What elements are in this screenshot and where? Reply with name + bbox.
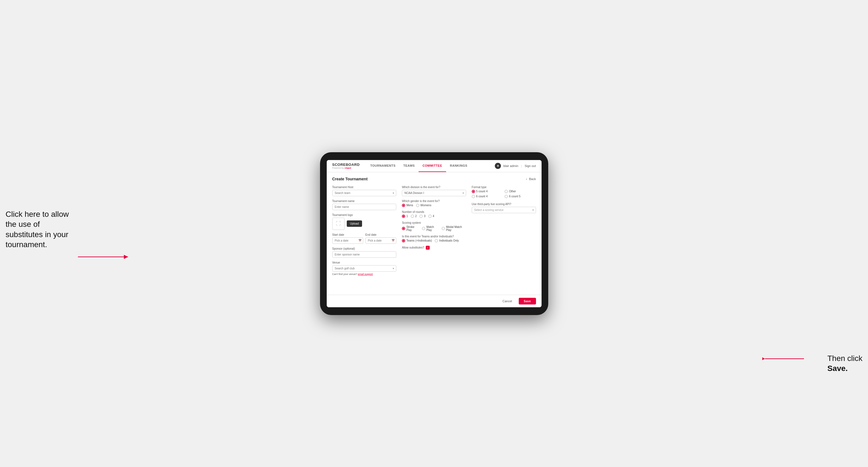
medal-match-play-radio[interactable]	[442, 227, 445, 230]
user-info: B blair admin | Sign out	[495, 163, 536, 169]
teams-individuals[interactable]: Teams (+Individuals)	[402, 239, 432, 242]
scoring-api-select-wrapper: Select a scoring service	[472, 207, 536, 213]
format-group: Format type 5 count 4 Other	[472, 186, 536, 198]
round-2[interactable]: 2	[411, 215, 417, 218]
arrow-right-icon	[762, 353, 807, 364]
calendar-icon-end: 📅	[392, 239, 395, 242]
mens-radio[interactable]	[402, 204, 405, 207]
medal-match-play[interactable]: Medal Match Play	[442, 225, 466, 231]
teams-individuals-radio[interactable]	[402, 239, 405, 242]
gender-group: Which gender is the event for? Mens Wome…	[402, 199, 466, 207]
format-6count5[interactable]: 6 count 5	[504, 195, 536, 198]
division-select[interactable]: NCAA Division I	[402, 190, 466, 196]
format-6count4[interactable]: 6 count 4	[472, 195, 503, 198]
scoring-system-group: Scoring system Stroke Play Match Play	[402, 221, 466, 231]
tablet-frame: SCOREBOARD Powered by clippd TOURNAMENTS…	[320, 152, 548, 315]
venue-support: Can't find your venue? email support	[332, 273, 397, 276]
email-support-link[interactable]: email support	[358, 273, 373, 276]
venue-label: Venue	[332, 261, 397, 264]
app-logo: SCOREBOARD Powered by clippd	[332, 162, 360, 169]
annotation-left: Click here to allow the use of substitut…	[6, 209, 72, 250]
tab-teams[interactable]: TEAMS	[399, 160, 418, 172]
rounds-label: Number of rounds	[402, 210, 466, 214]
tournament-host-group: Tournament Host	[332, 186, 397, 196]
start-date-wrapper: 📅	[332, 238, 363, 244]
round4-radio[interactable]	[428, 215, 432, 218]
form-column-3: Format type 5 count 4 Other	[472, 186, 536, 279]
start-date-group: Start date 📅	[332, 233, 363, 244]
username: blair admin	[503, 164, 518, 167]
substitutes-group: Allow substitutes? ✓	[402, 246, 466, 250]
format-5count4[interactable]: 5 count 4	[472, 190, 503, 193]
form-column-2: Which division is the event for? NCAA Di…	[402, 186, 466, 279]
womens-radio[interactable]	[416, 204, 420, 207]
match-play[interactable]: Match Play	[422, 225, 439, 231]
match-play-radio[interactable]	[422, 227, 425, 230]
scoring-system-label: Scoring system	[402, 221, 466, 224]
stroke-play-radio[interactable]	[402, 227, 405, 230]
individuals-only-radio[interactable]	[435, 239, 438, 242]
save-button[interactable]: Save	[519, 298, 536, 305]
back-button[interactable]: ‹ Back	[526, 177, 536, 181]
sponsor-group: Sponsor (optional)	[332, 247, 397, 258]
form-columns: Tournament Host Tournament name Tourname…	[332, 186, 536, 279]
start-date-label: Start date	[332, 233, 363, 236]
navigation: SCOREBOARD Powered by clippd TOURNAMENTS…	[327, 160, 541, 172]
host-input[interactable]	[332, 190, 397, 196]
host-select-wrapper	[332, 190, 397, 196]
cancel-button[interactable]: Cancel	[499, 298, 516, 305]
6count5-radio[interactable]	[504, 195, 508, 198]
avatar: B	[495, 163, 501, 169]
substitutes-label: Allow substitutes?	[402, 246, 424, 249]
gender-radio-group: Mens Womens	[402, 204, 466, 207]
venue-group: Venue Can't find your venue? email suppo…	[332, 261, 397, 276]
name-input[interactable]	[332, 204, 397, 210]
logo-powered: Powered by clippd	[332, 167, 360, 169]
scoring-api-label: Use third-party live scoring API?	[472, 203, 536, 206]
5count4-radio[interactable]	[472, 190, 475, 193]
individuals-only[interactable]: Individuals Only	[435, 239, 459, 242]
host-label: Tournament Host	[332, 186, 397, 189]
teams-label: Is this event for Teams and/or Individua…	[402, 235, 466, 238]
tablet-screen: SCOREBOARD Powered by clippd TOURNAMENTS…	[327, 160, 541, 307]
round-3[interactable]: 3	[420, 215, 426, 218]
date-row: Start date 📅 End date 📅	[332, 233, 397, 244]
substitutes-checkbox[interactable]: ✓	[426, 246, 430, 250]
scoring-api-select[interactable]: Select a scoring service	[472, 207, 536, 213]
sponsor-input[interactable]	[332, 251, 397, 258]
chevron-left-icon: ‹	[526, 177, 527, 181]
venue-input[interactable]	[332, 265, 397, 272]
upload-button[interactable]: Upload	[347, 220, 362, 227]
other-radio[interactable]	[504, 190, 508, 193]
teams-radio-group: Teams (+Individuals) Individuals Only	[402, 239, 466, 242]
nav-tabs: TOURNAMENTS TEAMS COMMITTEE RANKINGS	[366, 160, 495, 172]
tab-rankings[interactable]: RANKINGS	[446, 160, 471, 172]
format-other[interactable]: Other	[504, 190, 536, 193]
6count4-radio[interactable]	[472, 195, 475, 198]
division-label: Which division is the event for?	[402, 186, 466, 189]
scoring-api-group: Use third-party live scoring API? Select…	[472, 203, 536, 213]
tab-tournaments[interactable]: TOURNAMENTS	[366, 160, 399, 172]
round2-radio[interactable]	[411, 215, 414, 218]
tab-committee[interactable]: COMMITTEE	[418, 160, 446, 172]
round-4[interactable]: 4	[428, 215, 434, 218]
page-content: Create Tournament ‹ Back Tournament Host	[327, 172, 541, 295]
end-date-label: End date	[365, 233, 396, 236]
stroke-play[interactable]: Stroke Play	[402, 225, 419, 231]
gender-mens[interactable]: Mens	[402, 204, 413, 207]
format-label: Format type	[472, 186, 536, 189]
gender-label: Which gender is the event for?	[402, 199, 466, 203]
end-date-wrapper: 📅	[365, 238, 396, 244]
arrow-left-icon	[75, 249, 131, 265]
scoring-radio-group: Stroke Play Match Play Medal Match Play	[402, 225, 466, 231]
venue-select-wrapper	[332, 265, 397, 272]
page-title: Create Tournament	[332, 177, 368, 181]
gender-womens[interactable]: Womens	[416, 204, 431, 207]
division-group: Which division is the event for? NCAA Di…	[402, 186, 466, 196]
round1-radio[interactable]	[402, 215, 405, 218]
round3-radio[interactable]	[420, 215, 423, 218]
signout-link[interactable]: Sign out	[525, 164, 536, 167]
round-1[interactable]: 1	[402, 215, 408, 218]
division-select-wrapper: NCAA Division I	[402, 190, 466, 196]
annotation-right: Then clickSave.	[827, 353, 862, 374]
